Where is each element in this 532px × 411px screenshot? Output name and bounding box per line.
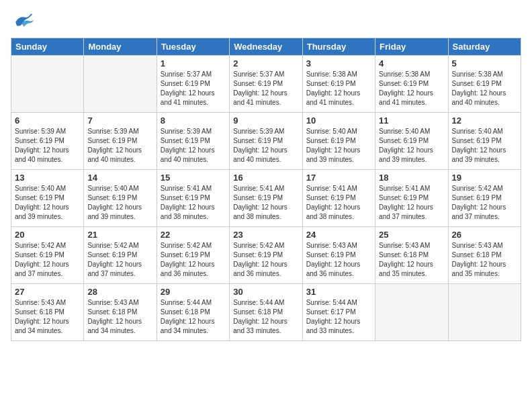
day-number: 26 xyxy=(452,230,517,240)
day-info: Sunrise: 5:39 AM Sunset: 6:19 PM Dayligh… xyxy=(87,127,152,165)
day-info: Sunrise: 5:40 AM Sunset: 6:19 PM Dayligh… xyxy=(306,127,371,165)
calendar-cell: 22Sunrise: 5:42 AM Sunset: 6:19 PM Dayli… xyxy=(157,227,229,284)
day-number: 4 xyxy=(379,58,444,68)
day-number: 2 xyxy=(233,58,298,68)
calendar-cell: 14Sunrise: 5:40 AM Sunset: 6:19 PM Dayli… xyxy=(84,170,157,227)
day-info: Sunrise: 5:42 AM Sunset: 6:19 PM Dayligh… xyxy=(452,184,517,222)
day-number: 9 xyxy=(233,116,298,126)
day-number: 5 xyxy=(452,58,517,68)
day-info: Sunrise: 5:42 AM Sunset: 6:19 PM Dayligh… xyxy=(87,241,152,279)
day-number: 1 xyxy=(161,58,226,68)
calendar-cell: 25Sunrise: 5:43 AM Sunset: 6:18 PM Dayli… xyxy=(375,227,448,284)
calendar-cell: 10Sunrise: 5:40 AM Sunset: 6:19 PM Dayli… xyxy=(302,113,375,170)
calendar-cell xyxy=(84,56,157,113)
calendar-cell: 8Sunrise: 5:39 AM Sunset: 6:19 PM Daylig… xyxy=(157,113,229,170)
week-row-5: 27Sunrise: 5:43 AM Sunset: 6:18 PM Dayli… xyxy=(11,284,521,341)
week-row-1: 1Sunrise: 5:37 AM Sunset: 6:19 PM Daylig… xyxy=(11,56,521,113)
calendar-cell: 12Sunrise: 5:40 AM Sunset: 6:19 PM Dayli… xyxy=(448,113,521,170)
day-info: Sunrise: 5:41 AM Sunset: 6:19 PM Dayligh… xyxy=(306,184,371,222)
calendar-cell: 17Sunrise: 5:41 AM Sunset: 6:19 PM Dayli… xyxy=(302,170,375,227)
day-number: 30 xyxy=(233,287,298,297)
day-number: 7 xyxy=(87,116,152,126)
calendar-cell: 4Sunrise: 5:38 AM Sunset: 6:19 PM Daylig… xyxy=(375,56,448,113)
day-info: Sunrise: 5:38 AM Sunset: 6:19 PM Dayligh… xyxy=(452,70,517,107)
logo-bird-icon xyxy=(11,11,35,31)
calendar-cell: 27Sunrise: 5:43 AM Sunset: 6:18 PM Dayli… xyxy=(11,284,84,341)
calendar-table: SundayMondayTuesdayWednesdayThursdayFrid… xyxy=(11,38,521,341)
calendar-cell xyxy=(448,284,521,341)
column-header-thursday: Thursday xyxy=(302,38,375,56)
day-number: 23 xyxy=(233,230,298,240)
day-number: 12 xyxy=(452,116,517,126)
day-info: Sunrise: 5:40 AM Sunset: 6:19 PM Dayligh… xyxy=(87,184,152,222)
day-info: Sunrise: 5:41 AM Sunset: 6:19 PM Dayligh… xyxy=(233,184,298,222)
day-number: 20 xyxy=(15,230,80,240)
day-number: 6 xyxy=(15,116,80,126)
calendar-cell: 3Sunrise: 5:38 AM Sunset: 6:19 PM Daylig… xyxy=(302,56,375,113)
day-info: Sunrise: 5:39 AM Sunset: 6:19 PM Dayligh… xyxy=(15,127,80,165)
calendar-cell: 26Sunrise: 5:43 AM Sunset: 6:18 PM Dayli… xyxy=(448,227,521,284)
day-number: 16 xyxy=(233,173,298,183)
day-info: Sunrise: 5:43 AM Sunset: 6:18 PM Dayligh… xyxy=(452,241,517,279)
calendar-cell: 2Sunrise: 5:37 AM Sunset: 6:19 PM Daylig… xyxy=(230,56,302,113)
calendar-cell: 16Sunrise: 5:41 AM Sunset: 6:19 PM Dayli… xyxy=(230,170,302,227)
calendar-cell: 6Sunrise: 5:39 AM Sunset: 6:19 PM Daylig… xyxy=(11,113,84,170)
day-number: 14 xyxy=(87,173,152,183)
day-number: 3 xyxy=(306,58,371,68)
day-info: Sunrise: 5:41 AM Sunset: 6:19 PM Dayligh… xyxy=(161,184,226,222)
day-number: 15 xyxy=(161,173,226,183)
day-info: Sunrise: 5:43 AM Sunset: 6:18 PM Dayligh… xyxy=(87,298,152,336)
week-row-4: 20Sunrise: 5:42 AM Sunset: 6:19 PM Dayli… xyxy=(11,227,521,284)
day-number: 25 xyxy=(379,230,444,240)
day-number: 18 xyxy=(379,173,444,183)
day-info: Sunrise: 5:43 AM Sunset: 6:19 PM Dayligh… xyxy=(306,241,371,279)
day-info: Sunrise: 5:43 AM Sunset: 6:18 PM Dayligh… xyxy=(379,241,444,279)
calendar-cell: 29Sunrise: 5:44 AM Sunset: 6:18 PM Dayli… xyxy=(157,284,229,341)
column-header-tuesday: Tuesday xyxy=(157,38,229,56)
calendar-header-row: SundayMondayTuesdayWednesdayThursdayFrid… xyxy=(11,38,521,56)
column-header-sunday: Sunday xyxy=(11,38,84,56)
calendar-cell: 15Sunrise: 5:41 AM Sunset: 6:19 PM Dayli… xyxy=(157,170,229,227)
calendar-cell: 11Sunrise: 5:40 AM Sunset: 6:19 PM Dayli… xyxy=(375,113,448,170)
calendar-cell: 20Sunrise: 5:42 AM Sunset: 6:19 PM Dayli… xyxy=(11,227,84,284)
calendar-cell: 23Sunrise: 5:42 AM Sunset: 6:19 PM Dayli… xyxy=(230,227,302,284)
calendar-cell: 24Sunrise: 5:43 AM Sunset: 6:19 PM Dayli… xyxy=(302,227,375,284)
day-info: Sunrise: 5:39 AM Sunset: 6:19 PM Dayligh… xyxy=(233,127,298,165)
logo xyxy=(11,11,38,31)
calendar-cell: 28Sunrise: 5:43 AM Sunset: 6:18 PM Dayli… xyxy=(84,284,157,341)
day-info: Sunrise: 5:38 AM Sunset: 6:19 PM Dayligh… xyxy=(306,70,371,107)
day-info: Sunrise: 5:42 AM Sunset: 6:19 PM Dayligh… xyxy=(15,241,80,279)
calendar-cell: 13Sunrise: 5:40 AM Sunset: 6:19 PM Dayli… xyxy=(11,170,84,227)
calendar-cell xyxy=(375,284,448,341)
calendar-cell xyxy=(11,56,84,113)
calendar-cell: 30Sunrise: 5:44 AM Sunset: 6:18 PM Dayli… xyxy=(230,284,302,341)
day-number: 17 xyxy=(306,173,371,183)
day-number: 28 xyxy=(87,287,152,297)
calendar-cell: 19Sunrise: 5:42 AM Sunset: 6:19 PM Dayli… xyxy=(448,170,521,227)
week-row-3: 13Sunrise: 5:40 AM Sunset: 6:19 PM Dayli… xyxy=(11,170,521,227)
day-info: Sunrise: 5:37 AM Sunset: 6:19 PM Dayligh… xyxy=(233,70,298,107)
day-info: Sunrise: 5:44 AM Sunset: 6:18 PM Dayligh… xyxy=(233,298,298,336)
calendar-cell: 18Sunrise: 5:41 AM Sunset: 6:19 PM Dayli… xyxy=(375,170,448,227)
day-number: 10 xyxy=(306,116,371,126)
day-info: Sunrise: 5:41 AM Sunset: 6:19 PM Dayligh… xyxy=(379,184,444,222)
calendar-cell: 1Sunrise: 5:37 AM Sunset: 6:19 PM Daylig… xyxy=(157,56,229,113)
day-info: Sunrise: 5:42 AM Sunset: 6:19 PM Dayligh… xyxy=(161,241,226,279)
column-header-wednesday: Wednesday xyxy=(230,38,302,56)
day-info: Sunrise: 5:37 AM Sunset: 6:19 PM Dayligh… xyxy=(161,70,226,107)
day-number: 27 xyxy=(15,287,80,297)
day-number: 13 xyxy=(15,173,80,183)
day-number: 22 xyxy=(161,230,226,240)
day-number: 21 xyxy=(87,230,152,240)
week-row-2: 6Sunrise: 5:39 AM Sunset: 6:19 PM Daylig… xyxy=(11,113,521,170)
day-number: 24 xyxy=(306,230,371,240)
page-header xyxy=(11,11,521,31)
day-info: Sunrise: 5:40 AM Sunset: 6:19 PM Dayligh… xyxy=(452,127,517,165)
calendar-cell: 7Sunrise: 5:39 AM Sunset: 6:19 PM Daylig… xyxy=(84,113,157,170)
day-number: 11 xyxy=(379,116,444,126)
day-info: Sunrise: 5:40 AM Sunset: 6:19 PM Dayligh… xyxy=(15,184,80,222)
column-header-monday: Monday xyxy=(84,38,157,56)
calendar-cell: 21Sunrise: 5:42 AM Sunset: 6:19 PM Dayli… xyxy=(84,227,157,284)
day-number: 19 xyxy=(452,173,517,183)
day-info: Sunrise: 5:39 AM Sunset: 6:19 PM Dayligh… xyxy=(161,127,226,165)
